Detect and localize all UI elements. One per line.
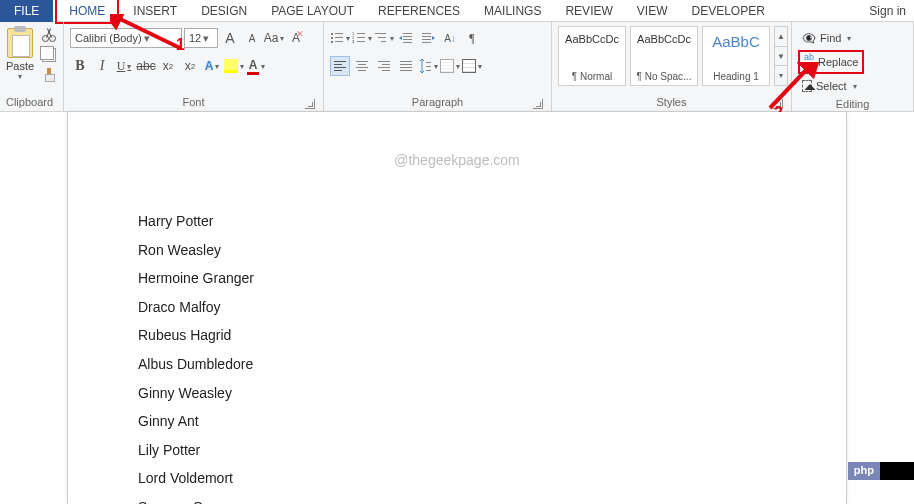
style-name: Heading 1 (713, 71, 759, 82)
align-center-button[interactable] (352, 56, 372, 76)
underline-button[interactable]: U (114, 56, 134, 76)
font-color-button[interactable]: A (246, 56, 266, 76)
justify-button[interactable] (396, 56, 416, 76)
group-label-styles: Styles (558, 94, 785, 111)
document-line[interactable]: Severus Snape (138, 494, 776, 504)
svg-rect-13 (378, 37, 386, 38)
decrease-indent-button[interactable] (396, 28, 416, 48)
bold-button[interactable]: B (70, 56, 90, 76)
svg-rect-31 (378, 61, 390, 62)
increase-indent-button[interactable] (418, 28, 438, 48)
document-line[interactable]: Ginny Ant (138, 408, 776, 435)
document-line[interactable]: Draco Malfoy (138, 294, 776, 321)
page[interactable]: @thegeekpage.com Harry PotterRon Weasley… (67, 112, 847, 504)
gallery-down[interactable]: ▼ (775, 47, 787, 67)
document-line[interactable]: Ron Weasley (138, 237, 776, 264)
svg-rect-37 (400, 67, 412, 68)
gallery-more[interactable]: ▾ (775, 66, 787, 85)
format-painter-icon[interactable] (42, 68, 56, 82)
tab-design[interactable]: DESIGN (189, 0, 259, 22)
superscript-button[interactable]: x2 (180, 56, 200, 76)
svg-rect-33 (378, 67, 390, 68)
svg-rect-22 (422, 42, 431, 43)
sort-button[interactable]: A↓ (440, 28, 460, 48)
ribbon: Paste ▾ Clipboard Calibri (Body)▾ 12▾ A … (0, 22, 914, 112)
line-spacing-button[interactable] (418, 56, 438, 76)
document-line[interactable]: Rubeus Hagrid (138, 322, 776, 349)
highlight-button[interactable] (224, 56, 244, 76)
svg-rect-26 (334, 70, 342, 71)
svg-point-4 (331, 41, 333, 43)
multilevel-list-button[interactable] (374, 28, 394, 48)
svg-rect-25 (334, 67, 346, 68)
tab-page-layout[interactable]: PAGE LAYOUT (259, 0, 366, 22)
svg-rect-35 (400, 61, 412, 62)
group-label-editing: Editing (798, 96, 907, 113)
tab-developer[interactable]: DEVELOPER (679, 0, 776, 22)
borders-button[interactable] (462, 56, 482, 76)
svg-rect-24 (334, 64, 342, 65)
grow-font-button[interactable]: A (220, 28, 240, 48)
group-editing: 👁‍🗨 Find ▾ abac Replace Select ▾ Editing (792, 22, 914, 111)
svg-rect-12 (375, 33, 386, 34)
replace-button[interactable]: abac Replace (800, 52, 862, 72)
cut-icon[interactable] (42, 28, 56, 42)
php-badge: php (848, 462, 914, 480)
italic-button[interactable]: I (92, 56, 112, 76)
clear-formatting-button[interactable]: A✕ (286, 28, 306, 48)
svg-point-2 (331, 37, 333, 39)
show-marks-button[interactable]: ¶ (462, 28, 482, 48)
find-button[interactable]: 👁‍🗨 Find ▾ (798, 28, 864, 48)
subscript-button[interactable]: x2 (158, 56, 178, 76)
select-button[interactable]: Select ▾ (798, 76, 864, 96)
paragraph-launcher[interactable] (533, 99, 543, 109)
svg-rect-14 (381, 41, 386, 42)
style-normal[interactable]: AaBbCcDc ¶ Normal (558, 26, 626, 86)
style-preview: AaBbCcDc (637, 33, 691, 45)
document-line[interactable]: Albus Dumbledore (138, 351, 776, 378)
tab-file[interactable]: FILE (0, 0, 53, 22)
svg-rect-18 (403, 42, 412, 43)
style-no-spacing[interactable]: AaBbCcDc ¶ No Spac... (630, 26, 698, 86)
document-line[interactable]: Lily Potter (138, 437, 776, 464)
document-line[interactable]: Lord Voldemort (138, 465, 776, 492)
style-heading-1[interactable]: AaBbC Heading 1 (702, 26, 770, 86)
svg-rect-11 (357, 41, 365, 42)
tab-view[interactable]: VIEW (625, 0, 680, 22)
tab-home[interactable]: HOME (57, 0, 117, 22)
tab-review[interactable]: REVIEW (553, 0, 624, 22)
annotation-box-home: HOME (55, 0, 119, 24)
align-right-button[interactable] (374, 56, 394, 76)
gallery-up[interactable]: ▲ (775, 27, 787, 47)
svg-rect-7 (357, 33, 365, 34)
tab-mailings[interactable]: MAILINGS (472, 0, 553, 22)
font-name-combo[interactable]: Calibri (Body)▾ (70, 28, 182, 48)
style-gallery-scroll[interactable]: ▲ ▼ ▾ (774, 26, 788, 86)
tab-references[interactable]: REFERENCES (366, 0, 472, 22)
svg-rect-19 (422, 33, 431, 34)
font-launcher[interactable] (305, 99, 315, 109)
tab-insert[interactable]: INSERT (121, 0, 189, 22)
paste-button[interactable]: Paste ▾ (2, 26, 38, 94)
svg-rect-3 (335, 37, 343, 38)
binoculars-icon: 👁‍🗨 (802, 32, 816, 45)
svg-rect-5 (335, 41, 343, 42)
align-left-button[interactable] (330, 56, 350, 76)
shading-button[interactable] (440, 56, 460, 76)
signin-link[interactable]: Sign in (869, 4, 906, 18)
numbering-button[interactable]: 123 (352, 28, 372, 48)
annotation-number-1: 1 (176, 36, 185, 54)
bullets-button[interactable] (330, 28, 350, 48)
document-body[interactable]: Harry PotterRon WeasleyHermoine GrangerD… (138, 208, 776, 504)
svg-rect-17 (403, 39, 412, 40)
strikethrough-button[interactable]: abc (136, 56, 156, 76)
change-case-button[interactable]: Aa (264, 28, 284, 48)
text-effects-button[interactable]: A (202, 56, 222, 76)
document-line[interactable]: Harry Potter (138, 208, 776, 235)
font-size-combo[interactable]: 12▾ (184, 28, 218, 48)
document-line[interactable]: Ginny Weasley (138, 380, 776, 407)
copy-icon[interactable] (42, 48, 56, 62)
replace-icon: abac (804, 52, 814, 72)
shrink-font-button[interactable]: A (242, 28, 262, 48)
document-line[interactable]: Hermoine Granger (138, 265, 776, 292)
